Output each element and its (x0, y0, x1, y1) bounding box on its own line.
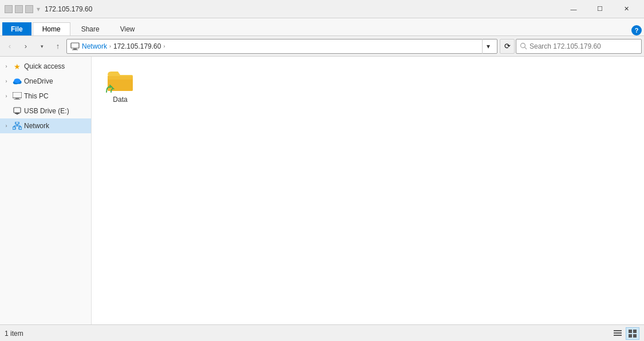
svg-rect-0 (71, 43, 79, 48)
window-controls: — ☐ ✕ (560, 0, 639, 18)
quick-access-icon: ★ (13, 62, 22, 71)
folder-item-data[interactable]: Data (97, 62, 143, 107)
sidebar-item-quick-access[interactable]: › ★ Quick access (0, 59, 91, 74)
addr-arrow-1: › (109, 43, 111, 49)
svg-rect-27 (629, 330, 632, 333)
details-view-icon (613, 329, 622, 338)
close-button[interactable]: ✕ (613, 0, 639, 18)
status-item-count: 1 item (5, 330, 23, 338)
onedrive-icon (13, 77, 22, 86)
svg-rect-24 (614, 330, 622, 331)
tab-home[interactable]: Home (33, 22, 70, 35)
refresh-button[interactable]: ⟳ (500, 39, 515, 54)
tab-share[interactable]: Share (72, 22, 109, 35)
svg-rect-12 (15, 113, 19, 114)
svg-rect-16 (19, 127, 22, 129)
app-icon-1 (5, 5, 13, 13)
svg-point-7 (14, 78, 20, 83)
network-label: Network (24, 122, 49, 130)
titlebar-app-icons: ▾ (5, 5, 40, 13)
address-dropdown-button[interactable]: ▾ (482, 39, 493, 54)
quick-access-label: Quick access (24, 62, 65, 70)
svg-rect-9 (15, 98, 19, 99)
usb-icon (13, 106, 22, 116)
recent-locations-button[interactable]: ▾ (34, 39, 49, 54)
svg-point-3 (521, 43, 526, 48)
folder-icon-wrapper (106, 66, 134, 93)
search-icon (520, 42, 527, 50)
window-title: 172.105.179.60 (45, 5, 560, 13)
sidebar-item-network[interactable]: › Network (0, 118, 91, 133)
svg-rect-26 (614, 335, 622, 336)
large-icon-view-icon (628, 329, 637, 338)
ribbon: File Home Share View ? (0, 18, 644, 36)
usb-label: USB Drive (E:) (24, 107, 69, 115)
network-icon (13, 121, 22, 130)
address-bar[interactable]: Network › 172.105.179.60 › ▾ (66, 39, 497, 54)
back-button[interactable]: ‹ (2, 39, 17, 54)
help-button[interactable]: ? (631, 25, 642, 35)
computer-icon (70, 42, 80, 51)
folder-label-data: Data (113, 96, 127, 104)
titlebar-arrow: ▾ (37, 5, 40, 13)
app-icon-2 (15, 5, 23, 13)
main-area: › ★ Quick access › OneDrive › This PC › (0, 57, 644, 324)
large-icon-view-button[interactable] (626, 327, 639, 340)
toolbar: ‹ › ▾ ↑ Network › 172.105.179.60 › ▾ ⟳ (0, 36, 644, 57)
svg-rect-13 (17, 114, 18, 114)
maximize-button[interactable]: ☐ (587, 0, 613, 18)
nav-pane: › ★ Quick access › OneDrive › This PC › (0, 57, 92, 324)
this-pc-icon (13, 92, 22, 101)
ribbon-tab-bar: File Home Share View ? (0, 18, 644, 35)
svg-rect-15 (13, 127, 15, 129)
quick-access-expander: › (2, 62, 10, 70)
addr-segment-network[interactable]: Network (82, 42, 107, 50)
details-view-button[interactable] (611, 327, 625, 340)
addr-arrow-2: › (163, 43, 165, 49)
svg-rect-29 (629, 334, 632, 338)
view-controls (611, 327, 639, 340)
svg-rect-1 (73, 49, 77, 50)
up-button[interactable]: ↑ (50, 39, 65, 54)
sidebar-item-this-pc[interactable]: › This PC (0, 89, 91, 104)
svg-line-4 (525, 47, 527, 50)
svg-rect-2 (72, 49, 78, 50)
content-area: Data (92, 57, 644, 324)
addr-segment-ip[interactable]: 172.105.179.60 (113, 42, 161, 50)
network-share-overlay (105, 84, 117, 93)
this-pc-expander: › (2, 92, 10, 100)
network-expander: › (2, 122, 10, 130)
svg-rect-11 (14, 108, 21, 113)
usb-expander: › (2, 107, 10, 115)
sidebar-item-usb[interactable]: › USB Drive (E:) (0, 104, 91, 118)
this-pc-label: This PC (24, 92, 49, 100)
sidebar-item-onedrive[interactable]: › OneDrive (0, 74, 91, 89)
svg-rect-28 (633, 330, 637, 333)
svg-rect-10 (14, 99, 21, 100)
statusbar: 1 item (0, 324, 644, 341)
minimize-button[interactable]: — (560, 0, 587, 18)
onedrive-label: OneDrive (24, 77, 53, 85)
tab-file[interactable]: File (2, 22, 31, 35)
forward-button[interactable]: › (18, 39, 33, 54)
search-input[interactable] (530, 42, 638, 50)
svg-rect-14 (15, 122, 19, 124)
svg-rect-8 (13, 92, 22, 98)
svg-rect-25 (614, 332, 622, 334)
titlebar: ▾ 172.105.179.60 — ☐ ✕ (0, 0, 644, 18)
onedrive-expander: › (2, 77, 10, 85)
tab-view[interactable]: View (110, 22, 145, 35)
svg-rect-23 (108, 76, 133, 80)
svg-rect-30 (633, 334, 637, 338)
search-box[interactable] (516, 39, 642, 54)
app-icon-3 (25, 5, 33, 13)
